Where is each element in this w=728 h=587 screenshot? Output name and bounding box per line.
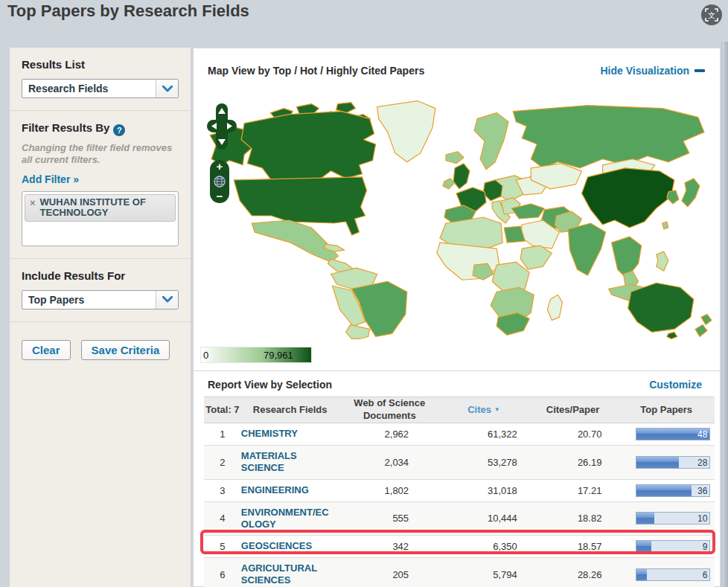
page-title: Top Papers by Research Fields [7, 1, 249, 21]
results-list-section: Results List Research Fields [10, 48, 191, 111]
translate-button[interactable]: 文 [701, 4, 722, 25]
include-results-dropdown[interactable]: Top Papers [22, 290, 179, 309]
customize-link[interactable]: Customize [649, 379, 702, 391]
hide-visualization-link[interactable]: Hide Visualization [600, 65, 705, 77]
column-header-cites-sort[interactable]: Cites ▼ [440, 404, 528, 417]
map-view-title: Map View by Top / Hot / Highly Cited Pap… [208, 65, 424, 77]
column-header-research-fields: Research Fields [241, 404, 339, 417]
row-rank: 3 [204, 481, 241, 501]
filter-chip-box: × WUHAN INSTITUTE OF TECHNOLOGY [22, 191, 179, 246]
world-map[interactable] [199, 96, 716, 339]
field-link[interactable]: CHEMISTRY [241, 428, 329, 440]
row-top-papers: 6 [618, 564, 715, 586]
field-link[interactable]: GEOSCIENCES [241, 540, 329, 552]
region-south-america[interactable] [331, 268, 407, 339]
results-list-selected: Research Fields [22, 83, 156, 94]
filter-chip[interactable]: × WUHAN INSTITUTE OF TECHNOLOGY [25, 194, 176, 222]
row-rank: 4 [204, 508, 241, 528]
map-pan-control[interactable] [205, 102, 238, 151]
row-cites-per-paper: 20.70 [528, 424, 619, 444]
table-row: 1CHEMISTRY2,96261,32220.7048 [204, 423, 715, 446]
sidebar: Results List Research Fields Filter Resu… [10, 48, 191, 587]
report-table: Total: 7 Research Fields Web of Science … [204, 397, 715, 587]
row-top-papers: 10 [618, 507, 715, 529]
field-link[interactable]: MATERIALS SCIENCE [241, 450, 329, 475]
table-row: 4ENVIRONMENT/ECOLOGY55510,44418.8210 [204, 502, 715, 536]
save-criteria-button[interactable]: Save Criteria [81, 340, 170, 360]
legend-min-value: 0 [203, 350, 208, 361]
main-panel: Map View by Top / Hot / Highly Cited Pap… [193, 48, 721, 587]
zoom-out-button[interactable]: − [217, 191, 223, 202]
map-color-legend: 0 79,961 [200, 347, 312, 363]
row-top-papers: 9 [618, 536, 715, 557]
translate-icon: 文 [705, 8, 718, 22]
region-oceania[interactable] [628, 283, 712, 339]
results-list-dropdown[interactable]: Research Fields [22, 79, 179, 98]
section-divider [194, 371, 720, 371]
chevron-down-icon [156, 291, 178, 309]
row-wos-documents: 2,962 [339, 424, 440, 444]
region-north-america[interactable] [210, 101, 435, 276]
chip-label: WUHAN INSTITUTE OF TECHNOLOGY [40, 197, 170, 219]
row-cites: 61,322 [440, 424, 528, 444]
globe-icon[interactable] [214, 176, 226, 187]
row-rank: 2 [204, 452, 241, 472]
report-view-title: Report View by Selection [208, 379, 332, 391]
row-field: ENGINEERING [241, 480, 339, 501]
table-row: 2MATERIALS SCIENCE2,03453,27826.1928 [204, 446, 715, 480]
include-results-selected: Top Papers [22, 294, 156, 306]
top-papers-bar: 28 [636, 456, 710, 469]
column-header-top-papers: Top Papers [618, 404, 715, 417]
top-papers-bar: 9 [636, 540, 710, 553]
row-rank: 5 [204, 536, 241, 556]
map-pan-zoom-controls: + − [205, 102, 238, 203]
zoom-in-button[interactable]: + [217, 161, 223, 172]
chip-remove-icon[interactable]: × [30, 197, 36, 219]
table-row: 5GEOSCIENCES3426,35018.579 [204, 536, 715, 558]
row-cites: 6,350 [440, 536, 528, 556]
row-cites-per-paper: 18.57 [528, 536, 619, 556]
row-rank: 6 [204, 565, 241, 585]
include-results-heading: Include Results For [22, 269, 179, 282]
row-cites-per-paper: 28.26 [528, 565, 619, 585]
vertical-scrollbar[interactable] [721, 42, 728, 587]
map-area: + − [199, 96, 716, 339]
table-row: 3ENGINEERING1,80231,01817.2136 [204, 480, 715, 502]
table-row: 6AGRICULTURAL SCIENCES2055,79428.266 [204, 558, 715, 587]
row-wos-documents: 205 [339, 565, 440, 585]
legend-max-value: 79,961 [264, 350, 293, 361]
report-table-body: 1CHEMISTRY2,96261,32220.70482MATERIALS S… [204, 423, 715, 587]
row-field: AGRICULTURAL SCIENCES [241, 558, 339, 587]
row-cites: 53,278 [440, 452, 528, 472]
row-rank: 1 [204, 424, 241, 444]
filter-section: Filter Results By? Changing the filter f… [10, 111, 191, 259]
field-link[interactable]: ENVIRONMENT/ECOLOGY [241, 507, 329, 531]
row-top-papers: 36 [618, 480, 715, 501]
top-papers-bar: 36 [636, 484, 710, 497]
row-field: ENVIRONMENT/ECOLOGY [241, 502, 339, 536]
top-papers-bar: 48 [636, 428, 710, 440]
row-cites: 10,444 [440, 508, 528, 528]
row-cites: 5,794 [440, 565, 528, 585]
add-filter-link[interactable]: Add Filter » [22, 173, 79, 185]
column-header-cites-per-paper: Cites/Paper [528, 404, 619, 417]
clear-button[interactable]: Clear [22, 340, 71, 360]
row-field: GEOSCIENCES [241, 536, 339, 556]
field-link[interactable]: ENGINEERING [241, 484, 329, 496]
row-top-papers: 48 [618, 423, 715, 445]
column-header-total: Total: 7 [204, 404, 241, 417]
row-wos-documents: 555 [339, 508, 440, 528]
row-top-papers: 28 [618, 452, 715, 473]
chevron-down-icon [156, 80, 178, 97]
region-asia[interactable] [504, 106, 704, 301]
sort-descending-icon: ▼ [494, 406, 500, 413]
field-link[interactable]: AGRICULTURAL SCIENCES [241, 562, 329, 587]
filter-heading: Filter Results By? [22, 121, 179, 136]
row-field: MATERIALS SCIENCE [241, 446, 339, 479]
column-header-wos-documents: Web of Science Documents [339, 397, 440, 423]
row-cites: 31,018 [440, 481, 528, 501]
row-wos-documents: 1,802 [339, 481, 440, 501]
row-cites-per-paper: 26.19 [528, 452, 619, 472]
help-icon[interactable]: ? [113, 124, 125, 136]
table-header-row: Total: 7 Research Fields Web of Science … [204, 397, 715, 423]
